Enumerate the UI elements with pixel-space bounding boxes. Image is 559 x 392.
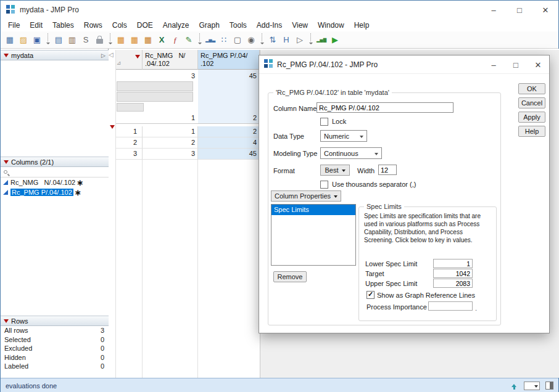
lock-checkbox[interactable]: [320, 118, 328, 126]
format-dropdown-button[interactable]: Best: [320, 165, 350, 176]
process-importance-input[interactable]: [428, 301, 473, 311]
journal-icon[interactable]: S: [80, 34, 92, 46]
column-header-text: .04/.102: [145, 60, 170, 67]
upper-spec-limit-input[interactable]: [433, 279, 473, 288]
save-icon[interactable]: ▣: [31, 34, 43, 46]
close-icon[interactable]: ✕: [532, 1, 558, 19]
menu-addins[interactable]: Add-Ins: [252, 19, 287, 31]
data-cell[interactable]: 2: [198, 126, 260, 137]
menu-analyze[interactable]: Analyze: [158, 19, 194, 31]
menu-doe[interactable]: DOE: [132, 19, 158, 31]
apply-button[interactable]: Apply: [518, 112, 545, 123]
menu-tables[interactable]: Tables: [48, 19, 79, 31]
menu-tools[interactable]: Tools: [225, 19, 252, 31]
window-split-icon[interactable]: [545, 382, 553, 390]
menu-edit[interactable]: Edit: [25, 19, 48, 31]
lock-icon[interactable]: [93, 34, 106, 46]
toolbar-grip[interactable]: [107, 33, 113, 46]
property-list-item[interactable]: Spec Limits: [271, 205, 355, 215]
stat-label: All rows: [4, 327, 28, 334]
rows-panel-header[interactable]: Rows: [1, 316, 109, 326]
collapse-panels-icon[interactable]: ◁: [109, 51, 114, 58]
cancel-button[interactable]: Cancel: [518, 97, 545, 108]
open-icon[interactable]: ▨: [17, 34, 30, 46]
column-list-item-selected[interactable]: Rc_PMG P/.04/.102 ∗: [1, 187, 109, 197]
minimize-icon[interactable]: –: [481, 1, 507, 19]
menu-cols[interactable]: Cols: [107, 19, 132, 31]
subset-table-icon[interactable]: ▦: [128, 34, 141, 46]
chart-icon[interactable]: ▂▅▇: [315, 34, 328, 46]
lower-spec-limit-input[interactable]: [433, 259, 473, 268]
menu-file[interactable]: File: [3, 19, 25, 31]
compare-distributions-icon[interactable]: H: [280, 34, 292, 46]
column-header-rc-nmg[interactable]: Rc_NMG N/.04/.102: [143, 50, 198, 70]
corner-triangle-icon[interactable]: ⊿: [117, 60, 122, 66]
data-table-icon[interactable]: ▦: [115, 34, 127, 46]
copy-icon[interactable]: ▤: [52, 34, 65, 46]
distribution-icon[interactable]: ▂▅▃: [204, 34, 217, 46]
toolbar-grip[interactable]: [197, 33, 202, 46]
maximize-icon[interactable]: □: [507, 1, 532, 19]
width-input[interactable]: [378, 165, 397, 175]
thousands-separator-checkbox[interactable]: [320, 181, 328, 189]
remove-button[interactable]: Remove: [273, 271, 307, 282]
stat-label: Labeled: [4, 362, 28, 370]
dialog-titlebar[interactable]: Rc_PMG P/.04/.102 - JMP Pro – □ ✕: [259, 55, 549, 74]
column-header-rc-pmg[interactable]: Rc_PMG P/.04/.102: [198, 50, 260, 70]
target-input[interactable]: [433, 269, 473, 278]
close-icon[interactable]: ✕: [527, 55, 549, 74]
ok-button[interactable]: OK: [518, 83, 545, 94]
row-number[interactable]: 3: [115, 149, 143, 160]
stack-table-icon[interactable]: ▦: [142, 34, 154, 46]
log-dropdown[interactable]: [524, 382, 540, 390]
excel-import-icon[interactable]: X: [155, 34, 168, 46]
toolbar-grip[interactable]: [259, 33, 265, 46]
menu-rows[interactable]: Rows: [79, 19, 107, 31]
data-cell[interactable]: 4: [198, 137, 260, 149]
sort-icon[interactable]: ⇅: [267, 34, 279, 46]
table-run-icon[interactable]: ▷: [294, 34, 306, 46]
data-cell[interactable]: 1: [143, 126, 198, 137]
formula-icon[interactable]: ƒ: [169, 34, 181, 46]
column-name-input[interactable]: [317, 102, 453, 113]
new-data-table-icon[interactable]: ▦: [4, 34, 16, 46]
rows-menu-icon[interactable]: [4, 319, 9, 323]
zoom-icon[interactable]: ◉: [245, 34, 257, 46]
menu-view[interactable]: View: [287, 19, 313, 31]
data-cell[interactable]: 45: [198, 149, 260, 160]
data-cell[interactable]: 3: [143, 149, 198, 160]
properties-listbox[interactable]: Spec Limits: [271, 204, 356, 266]
rows-stat: Selected0: [1, 335, 109, 345]
maximize-icon[interactable]: □: [505, 55, 527, 74]
modeling-type-select[interactable]: Continuous: [320, 147, 382, 159]
help-button[interactable]: Help: [518, 126, 545, 137]
columns-red-triangle-icon[interactable]: [135, 55, 140, 59]
toolbar-grip[interactable]: [308, 33, 313, 46]
show-reference-lines-checkbox[interactable]: [366, 291, 375, 299]
columns-search-input[interactable]: [11, 168, 106, 176]
pop-up-log-icon[interactable]: [510, 382, 518, 390]
columns-panel-header[interactable]: Columns (2/1): [1, 157, 109, 167]
toolbar-grip[interactable]: [45, 33, 51, 46]
data-type-select[interactable]: Numeric: [320, 130, 367, 142]
row-number[interactable]: 1: [115, 126, 143, 137]
menu-graph[interactable]: Graph: [194, 19, 224, 31]
column-properties-button[interactable]: Column Properties: [271, 190, 341, 202]
panel-expand-icon[interactable]: ▷: [101, 52, 106, 59]
columns-menu-icon[interactable]: [4, 160, 9, 164]
table-panel-header[interactable]: mydata ▷: [1, 50, 109, 60]
menu-help[interactable]: Help: [349, 19, 375, 31]
edit-script-icon[interactable]: ✎: [183, 34, 195, 46]
table-menu-icon[interactable]: [4, 54, 9, 57]
format-label: Format: [273, 167, 295, 174]
run-script-icon[interactable]: ▶: [329, 34, 341, 46]
fit-y-by-x-icon[interactable]: ∷: [218, 34, 230, 46]
paste-icon[interactable]: ▥: [66, 34, 78, 46]
minimize-icon[interactable]: –: [482, 55, 505, 74]
new-window-icon[interactable]: ▢: [231, 34, 244, 46]
row-number[interactable]: 2: [115, 137, 143, 149]
column-list-item[interactable]: Rc_NMG N/.04/.102 ∗: [1, 178, 109, 187]
status-bar: evaluations done: [1, 378, 558, 392]
data-cell[interactable]: 2: [143, 137, 198, 149]
menu-window[interactable]: Window: [313, 19, 349, 31]
